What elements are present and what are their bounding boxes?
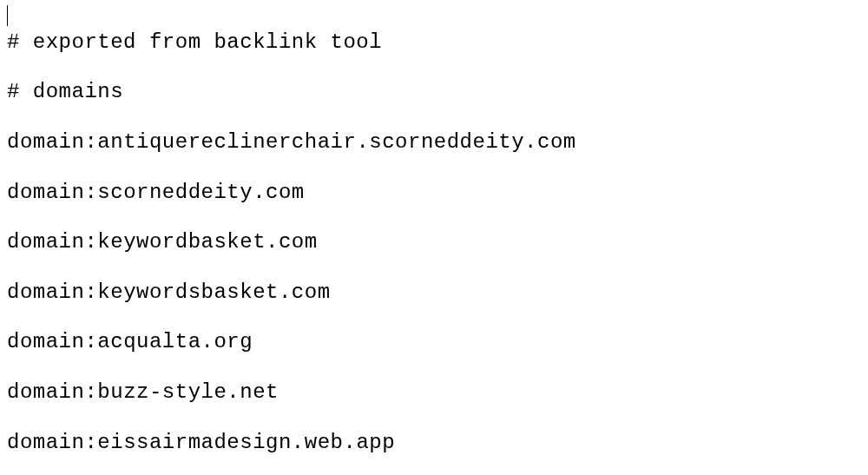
domain-line: domain:keywordbasket.com	[7, 230, 861, 255]
domain-line: domain:buzz-style.net	[7, 380, 861, 406]
domain-line: domain:antiquereclinerchair.scorneddeity…	[7, 130, 861, 155]
domain-line: domain:acqualta.org	[7, 330, 861, 355]
comment-line: # exported from backlink tool	[7, 30, 861, 56]
text-editor-content[interactable]: # exported from backlink tool # domains …	[7, 5, 861, 475]
domain-line: domain:keywordsbasket.com	[7, 280, 861, 306]
domain-line: domain:scorneddeity.com	[7, 181, 861, 206]
domain-line: domain:eissairmadesign.web.app	[7, 431, 861, 456]
comment-line: # domains	[7, 80, 861, 105]
